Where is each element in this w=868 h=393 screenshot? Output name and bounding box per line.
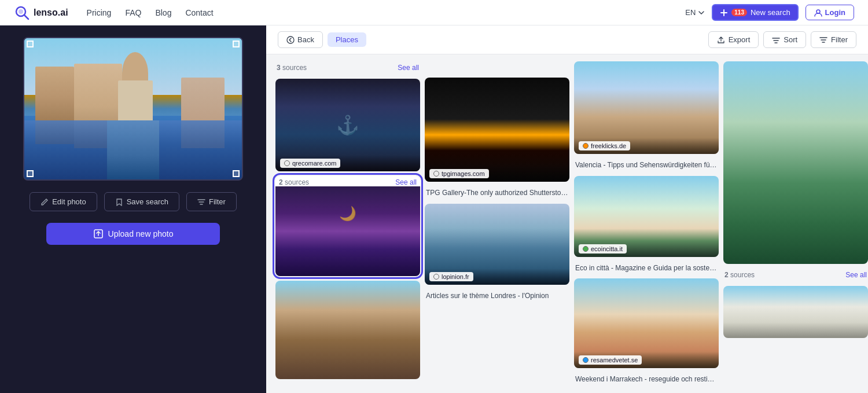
valencia-title: Valencia - Tipps und Sehenswürdigkeiten … (574, 159, 719, 171)
col1-sources-header: 3 sources See all (275, 61, 420, 74)
result-column-3: freeklicks.de Valencia - Tipps und Sehen… (574, 61, 719, 385)
sort-button[interactable]: Sort (763, 31, 806, 48)
grid-layout: 3 sources See all qrecomare.com (275, 61, 859, 385)
card-footer-london: lopinion.fr (425, 269, 569, 285)
svg-line-1 (24, 15, 28, 19)
filter-button[interactable]: Filter (811, 31, 856, 48)
export-button[interactable]: Export (708, 31, 759, 48)
source-favicon-london (433, 274, 439, 280)
chevron-down-icon (698, 9, 705, 16)
card-source-florence: ecoincitta.it (579, 244, 627, 254)
results-grid: 3 sources See all qrecomare.com (266, 54, 868, 393)
content-area: Back Places Export Sort Filter (266, 25, 868, 393)
result-card-florence[interactable]: ecoincitta.it (574, 176, 719, 257)
col1-see-all[interactable]: See all (398, 64, 419, 72)
venice-see-all[interactable]: See all (395, 178, 417, 186)
col4-see-all[interactable]: See all (845, 271, 867, 279)
new-search-button[interactable]: 113 New search (712, 4, 798, 21)
card-footer-bridge: tpgimages.com (425, 166, 569, 182)
source-favicon-marrakech (583, 357, 589, 363)
card-footer-valencia: freeklicks.de (574, 138, 719, 154)
sidebar-actions: Edit photo Save search Filter (12, 192, 255, 211)
logo[interactable]: lenso.ai (14, 5, 68, 21)
result-card-london[interactable]: lopinion.fr (425, 204, 569, 285)
result-card-valencia[interactable]: freeklicks.de (574, 61, 719, 154)
col1-sources-count: 3 sources (277, 64, 307, 72)
uploaded-photo (24, 38, 242, 179)
result-card-ships[interactable]: qrecomare.com (275, 79, 420, 171)
london-title: Articles sur le thème Londres - l'Opinio… (425, 289, 569, 302)
card-footer-florence: ecoincitta.it (574, 241, 719, 257)
source-favicon-ships (284, 160, 290, 166)
left-sidebar: Edit photo Save search Filter Upload new… (0, 25, 266, 393)
nav-blog[interactable]: Blog (155, 8, 171, 17)
bookmark-icon (115, 198, 123, 206)
language-selector[interactable]: EN (685, 8, 705, 17)
svg-point-2 (19, 9, 23, 14)
back-button[interactable]: Back (278, 31, 323, 48)
col4-sources-header: 2 sources See all (723, 269, 868, 281)
edit-photo-button[interactable]: Edit photo (30, 192, 97, 211)
card-footer-ships: qrecomare.com (275, 155, 420, 171)
result-card-marrakech[interactable]: resamedvetet.se (574, 278, 719, 368)
upload-photo-button[interactable]: Upload new photo (46, 223, 220, 245)
plus-icon (720, 9, 728, 17)
filter-sidebar-button[interactable]: Filter (186, 192, 237, 211)
filter-icon (197, 198, 205, 206)
nav-links: Pricing FAQ Blog Contact (87, 8, 686, 17)
card-source-bridge: tpgimages.com (429, 169, 489, 178)
login-button[interactable]: Login (806, 5, 854, 20)
content-toolbar: Back Places Export Sort Filter (266, 25, 868, 54)
back-icon (286, 36, 295, 44)
bridge-title: TPG Gallery-The only authorized Shutters… (425, 186, 569, 199)
result-card-big-bridge[interactable] (723, 61, 868, 264)
nav-pricing[interactable]: Pricing (87, 8, 112, 17)
filter-toolbar-icon (819, 36, 827, 44)
result-card-venice-selected[interactable]: 2 sources See all (275, 176, 420, 276)
card-source-london: lopinion.fr (429, 272, 473, 281)
svg-point-3 (816, 10, 820, 13)
navbar-right: EN 113 New search Login (685, 4, 854, 21)
source-favicon-florence (583, 246, 589, 252)
source-favicon-bridge (433, 171, 439, 177)
florence-title: Eco in città - Magazine e Guida per la s… (574, 262, 719, 274)
result-card-church[interactable] (275, 281, 420, 379)
source-favicon-valencia (583, 143, 589, 149)
result-card-taj[interactable] (723, 286, 868, 338)
crop-handle-br[interactable] (233, 170, 240, 177)
result-card-bridge-night[interactable]: tpgimages.com (425, 78, 569, 182)
result-column-4: 2 sources See all (723, 61, 868, 385)
nav-faq[interactable]: FAQ (125, 8, 141, 17)
upload-icon (93, 229, 104, 239)
crop-handle-tr[interactable] (233, 41, 240, 47)
svg-point-5 (287, 36, 294, 43)
save-search-button[interactable]: Save search (104, 192, 179, 211)
crop-handle-tl[interactable] (27, 41, 34, 47)
logo-icon (14, 5, 30, 21)
card-source-ships: qrecomare.com (280, 159, 340, 168)
export-icon (717, 36, 725, 44)
crop-handle-bl[interactable] (27, 170, 34, 177)
result-column-1: 3 sources See all qrecomare.com (275, 61, 420, 385)
navbar: lenso.ai Pricing FAQ Blog Contact EN 113… (0, 0, 868, 25)
col4-sources-count: 2 sources (724, 271, 755, 279)
venice-sources-count: 2 sources (279, 178, 309, 186)
card-footer-marrakech: resamedvetet.se (574, 352, 719, 368)
main-layout: Edit photo Save search Filter Upload new… (0, 25, 868, 393)
marrakech-title: Weekend i Marrakech - reseguide och rest… (574, 373, 719, 385)
places-breadcrumb[interactable]: Places (328, 32, 366, 47)
sort-icon (772, 36, 780, 44)
result-column-2: tpgimages.com TPG Gallery-The only autho… (425, 61, 569, 385)
photo-preview (23, 37, 243, 181)
user-icon (814, 9, 822, 17)
nav-contact[interactable]: Contact (185, 8, 213, 17)
sources-label: sources (282, 64, 307, 72)
edit-icon (41, 198, 49, 206)
card-source-valencia: freeklicks.de (579, 141, 630, 150)
card-source-marrakech: resamedvetet.se (579, 355, 642, 365)
